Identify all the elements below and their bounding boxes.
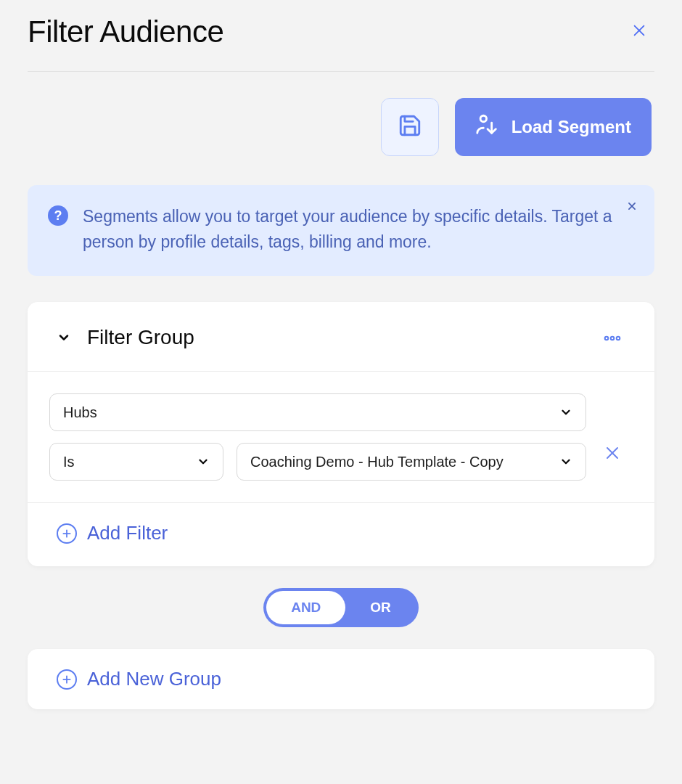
filter-field-value: Hubs	[63, 404, 97, 421]
plus-circle-icon	[57, 669, 77, 690]
load-segment-label: Load Segment	[512, 117, 631, 137]
add-group-label: Add New Group	[87, 668, 221, 690]
filter-group-title: Filter Group	[87, 326, 194, 349]
dismiss-info-button[interactable]	[627, 200, 637, 215]
filter-operator-value: Is	[63, 454, 75, 470]
filter-operator-select[interactable]: Is	[49, 443, 223, 481]
filter-group-card: Filter Group Hubs	[28, 302, 654, 566]
logic-toggle-and[interactable]: AND	[266, 591, 345, 624]
logic-toggle-row: AND OR	[28, 588, 654, 627]
action-bar: Load Segment	[28, 98, 654, 156]
chevron-down-icon	[559, 455, 572, 468]
filter-group-header: Filter Group	[28, 302, 654, 372]
filter-body: Hubs Is Coaching Demo -	[28, 372, 654, 503]
logic-toggle[interactable]: AND OR	[263, 588, 419, 627]
svg-point-6	[611, 337, 615, 340]
collapse-icon[interactable]	[57, 330, 71, 345]
svg-point-5	[605, 337, 609, 340]
filter-field-select[interactable]: Hubs	[49, 393, 586, 431]
add-group-button[interactable]: Add New Group	[28, 649, 654, 709]
filter-value-text: Coaching Demo - Hub Template - Copy	[250, 454, 504, 470]
logic-toggle-or[interactable]: OR	[345, 591, 416, 624]
chevron-down-icon	[559, 406, 572, 419]
info-banner: ? Segments allow you to target your audi…	[28, 185, 654, 276]
chevron-down-icon	[197, 455, 210, 468]
filter-value-select[interactable]: Coaching Demo - Hub Template - Copy	[237, 443, 586, 481]
load-segment-button[interactable]: Load Segment	[455, 98, 652, 156]
save-icon	[398, 113, 422, 141]
close-modal-button[interactable]	[624, 17, 654, 46]
add-filter-button[interactable]: Add Filter	[28, 503, 654, 566]
page-title: Filter Audience	[28, 15, 223, 49]
help-icon: ?	[48, 205, 68, 226]
modal-header: Filter Audience	[28, 15, 654, 72]
filter-group-menu-button[interactable]	[599, 325, 625, 349]
svg-point-2	[480, 115, 487, 122]
save-segment-button[interactable]	[381, 98, 439, 156]
info-text: Segments allow you to target your audien…	[83, 204, 618, 254]
add-filter-label: Add Filter	[87, 522, 168, 544]
svg-point-7	[617, 337, 620, 340]
plus-circle-icon	[57, 523, 77, 544]
load-segment-icon	[475, 113, 500, 142]
remove-filter-button[interactable]	[599, 444, 625, 467]
